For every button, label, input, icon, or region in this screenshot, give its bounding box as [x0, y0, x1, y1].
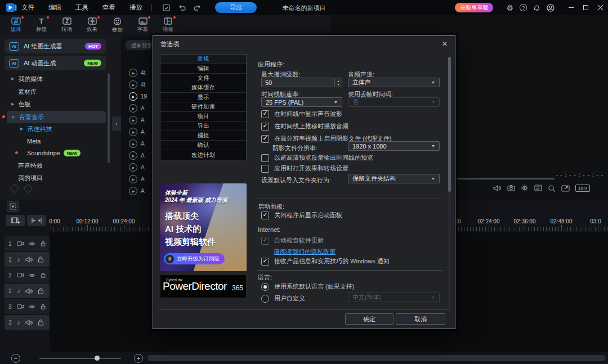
- zoom-in-button[interactable]: +: [134, 354, 143, 363]
- undock-popout-icon[interactable]: [561, 185, 570, 192]
- redo-icon[interactable]: [191, 5, 204, 11]
- shadow-resolution-select[interactable]: 1920 x 1080 ▼: [348, 141, 440, 151]
- tab-improvement-program[interactable]: 改进计划: [160, 150, 246, 160]
- audio-channels-select[interactable]: 立体声 ▼: [348, 78, 440, 87]
- room-title[interactable]: T 标题: [29, 15, 54, 35]
- snapshot-camera-icon[interactable]: [507, 185, 515, 191]
- play-icon[interactable]: ▶: [129, 69, 137, 77]
- play-icon[interactable]: ▶: [129, 187, 137, 195]
- spin-down-icon[interactable]: ▼: [337, 83, 340, 86]
- speaker-toggle-icon[interactable]: [25, 257, 33, 263]
- tab-general[interactable]: 常规: [160, 55, 246, 64]
- lock-toggle-icon[interactable]: [41, 272, 46, 278]
- room-transition[interactable]: 转场: [54, 15, 79, 35]
- aspect-ratio-badge[interactable]: 16:9: [575, 185, 590, 192]
- ai-animation-generator-button[interactable]: AI AI 动画生成 NEW: [5, 56, 106, 70]
- checkbox-windows-notifications[interactable]: ✓ 接收产品信息和实用技巧的 Windows 通知: [261, 257, 390, 266]
- export-button[interactable]: 导出: [215, 2, 257, 13]
- tab-media-cache[interactable]: 媒体缓存: [160, 83, 246, 93]
- checkbox-uhd-preview[interactable]: 以超高清预览质量输出时间线的预览: [261, 154, 373, 162]
- sidebar-item-sound-effects[interactable]: 声音特效: [18, 160, 43, 171]
- tab-hardware-acceleration[interactable]: 硬件加速: [160, 102, 246, 112]
- play-icon[interactable]: ▶: [129, 163, 137, 172]
- sidebar-item-meta[interactable]: Meta: [27, 136, 41, 147]
- room-overlay[interactable]: 叠加: [105, 15, 130, 35]
- zoom-slider-handle[interactable]: [95, 356, 100, 361]
- room-template[interactable]: 模板: [155, 15, 181, 35]
- tab-file[interactable]: 文件: [160, 74, 246, 83]
- menu-edit[interactable]: 编辑: [48, 3, 61, 12]
- media-row[interactable]: ▶19: [129, 92, 147, 101]
- media-row[interactable]: ▶A: [129, 139, 145, 148]
- sidebar-item-stock-library[interactable]: 素材库: [18, 86, 37, 97]
- room-media[interactable]: 媒体: [3, 15, 29, 35]
- dialog-scrollbar[interactable]: [448, 57, 451, 309]
- sidebar-item-background-music[interactable]: ▼ 背景音乐: [11, 111, 44, 123]
- expand-arrow-icon[interactable]: ▶: [11, 77, 14, 81]
- tab-project[interactable]: 项目: [160, 112, 246, 122]
- play-icon[interactable]: ▶: [129, 116, 137, 124]
- menu-play[interactable]: 播放: [129, 3, 142, 12]
- window-minimize-button[interactable]: [569, 7, 574, 8]
- notifications-bell-icon[interactable]: [533, 4, 540, 12]
- checkbox-show-launch-panel[interactable]: ✓ 关闭程序后显示启动面板: [261, 211, 342, 219]
- ai-image-generator-button[interactable]: AI AI 绘图生成器 HOT: [5, 39, 106, 53]
- collapse-arrow-icon[interactable]: ▼: [11, 115, 15, 119]
- play-icon[interactable]: ▶: [129, 80, 137, 89]
- tab-editing[interactable]: 编辑: [160, 64, 246, 74]
- display-options-icon[interactable]: [534, 185, 542, 191]
- radio-custom-language[interactable]: 用户自定义: [261, 294, 305, 303]
- speaker-toggle-icon[interactable]: [25, 320, 33, 326]
- timeline-zoom-slider[interactable]: [39, 358, 121, 359]
- save-icon[interactable]: [160, 4, 172, 11]
- import-behavior-select[interactable]: 保留文件夹结构 ▼: [348, 174, 440, 183]
- lock-toggle-icon[interactable]: [38, 256, 44, 263]
- media-row[interactable]: ▶4t: [129, 80, 145, 89]
- upgrade-ad-banner[interactable]: 体验全新 2024 年 最新版 威力导演 搭载顶尖 AI 技术的 视频剪辑软件 …: [160, 183, 247, 271]
- sidebar-item-color-boards[interactable]: ▶ 色板: [11, 98, 30, 110]
- eye-toggle-icon[interactable]: [29, 273, 35, 278]
- account-user-icon[interactable]: [547, 4, 555, 12]
- preview-quality-icon[interactable]: [521, 184, 529, 192]
- checkbox-scrub-audio[interactable]: ✓ 在时间线上推移时播放音频: [261, 122, 348, 131]
- room-subtitle[interactable]: 字幕: [130, 15, 155, 35]
- dialog-close-button[interactable]: ✕: [440, 39, 449, 48]
- tab-display[interactable]: 显示: [160, 93, 246, 102]
- radio-system-language[interactable]: 使用系统默认语言 (如果支持): [261, 282, 354, 291]
- zoom-out-button[interactable]: −: [11, 354, 20, 363]
- spinner-control[interactable]: ▲ ▼: [334, 78, 342, 87]
- scrollbar-thumb[interactable]: [448, 57, 451, 192]
- max-undo-input[interactable]: [262, 78, 333, 87]
- media-row[interactable]: ▶A: [129, 127, 145, 136]
- sidebar-item-cyberlink[interactable]: ▶ 讯连科技: [20, 123, 52, 134]
- sidebar-item-my-media[interactable]: ▶ 我的媒体: [11, 73, 43, 84]
- eye-toggle-icon[interactable]: [29, 304, 35, 309]
- tab-confirmation[interactable]: 确认: [160, 141, 246, 150]
- media-row[interactable]: ▶A: [129, 104, 145, 113]
- checkbox-open-settings[interactable]: 应用时打开效果和转场设置: [261, 164, 348, 173]
- window-close-button[interactable]: [597, 5, 603, 11]
- expand-arrow-icon[interactable]: ▶: [11, 102, 14, 106]
- expand-arrow-icon[interactable]: ▶: [20, 127, 23, 131]
- play-icon[interactable]: ▶: [129, 104, 137, 113]
- media-row[interactable]: ▶A: [129, 151, 145, 160]
- undo-icon[interactable]: [176, 5, 188, 11]
- play-icon[interactable]: ▶: [129, 140, 137, 148]
- play-icon[interactable]: ▶: [129, 175, 137, 183]
- get-premium-button[interactable]: 获取尊享版: [455, 3, 493, 12]
- timeline-fps-select[interactable]: 25 FPS (PAL) ▼: [261, 97, 342, 107]
- mute-speaker-icon[interactable]: [493, 185, 502, 192]
- media-row[interactable]: ▶A: [129, 115, 145, 124]
- lock-toggle-icon[interactable]: [41, 303, 46, 310]
- upgrade-cta-button[interactable]: ♛ 立即升级为订阅版: [164, 253, 225, 264]
- play-icon[interactable]: ▶: [129, 128, 137, 136]
- media-row[interactable]: ▶4t: [129, 68, 145, 77]
- ok-button[interactable]: 确定: [345, 313, 394, 325]
- timeline-horizontal-scrollbar[interactable]: [147, 355, 606, 361]
- tab-capture[interactable]: 捕捉: [160, 131, 246, 141]
- sidebar-item-my-projects[interactable]: 我的项目: [18, 172, 43, 183]
- media-row[interactable]: ▶A: [129, 174, 145, 183]
- checkbox-show-waveform[interactable]: ✓ 在时间线中显示声音波形: [261, 110, 342, 118]
- tab-produce[interactable]: 导出: [160, 122, 246, 131]
- menu-tools[interactable]: 工具: [75, 3, 88, 12]
